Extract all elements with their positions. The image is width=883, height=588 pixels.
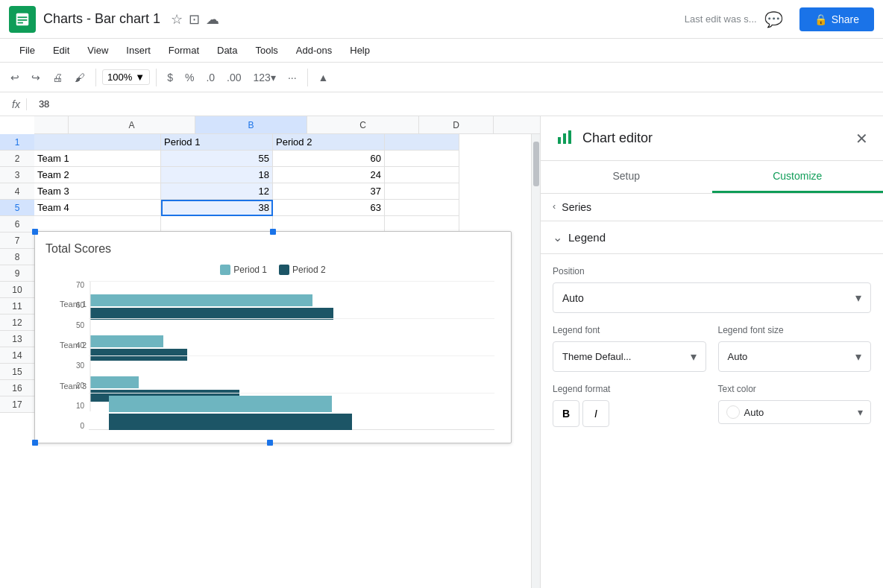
cell-b6[interactable] [161, 216, 273, 233]
number-format-button[interactable]: 123▾ [249, 70, 280, 85]
cell-d5[interactable] [385, 200, 459, 216]
chart-editor-close[interactable]: ✕ [855, 130, 868, 148]
cell-d1[interactable] [385, 134, 459, 151]
position-dropdown[interactable]: Auto ▾ [553, 282, 871, 313]
font-size-field: Legend font size Auto ▾ [718, 325, 872, 372]
svg-text:Team 2: Team 2 [60, 341, 87, 350]
cell-c3[interactable]: 24 [273, 167, 385, 183]
row-header-1[interactable]: 1 [0, 134, 34, 151]
col-header-a[interactable]: A [69, 116, 195, 133]
collapse-button[interactable]: ▲ [314, 69, 333, 86]
italic-button[interactable]: I [582, 400, 609, 427]
format-buttons: B I [553, 400, 706, 427]
formula-value: 38 [33, 98, 55, 110]
percent-button[interactable]: % [180, 70, 198, 85]
row-header-11[interactable]: 11 [0, 298, 34, 314]
text-color-field: Text color Auto ▾ [718, 384, 872, 427]
cell-a3[interactable]: Team 2 [34, 167, 161, 183]
menu-addons[interactable]: Add-ons [289, 42, 339, 59]
col-header-d[interactable]: D [419, 116, 494, 133]
chart-editor-title: Chart editor [582, 130, 846, 146]
chart-handle-top[interactable] [270, 229, 276, 235]
row-header-13[interactable]: 13 [0, 331, 34, 347]
legend-section-header[interactable]: ⌄ Legend [541, 221, 883, 254]
row-header-4[interactable]: 4 [0, 183, 34, 200]
cell-d2[interactable] [385, 151, 459, 167]
chart-handle-topleft[interactable] [32, 229, 38, 235]
col-header-c[interactable]: C [307, 116, 419, 133]
cell-b4[interactable]: 12 [161, 183, 273, 200]
currency-button[interactable]: $ [163, 70, 177, 85]
row-header-15[interactable]: 15 [0, 364, 34, 380]
menu-view[interactable]: View [80, 42, 116, 59]
row-header-12[interactable]: 12 [0, 314, 34, 331]
cell-a2[interactable]: Team 1 [34, 151, 161, 167]
text-color-dropdown[interactable]: Auto ▾ [718, 400, 872, 424]
separator-3 [307, 69, 308, 86]
row-header-2[interactable]: 2 [0, 151, 34, 167]
tab-customize[interactable]: Customize [712, 161, 884, 193]
row-header-8[interactable]: 8 [0, 249, 34, 265]
decrease-decimal-button[interactable]: .0 [201, 70, 219, 85]
cell-a1[interactable] [34, 134, 161, 151]
cell-a5[interactable]: Team 4 [34, 200, 161, 216]
share-button[interactable]: 🔒 Share [799, 7, 874, 31]
row-header-9[interactable]: 9 [0, 265, 34, 282]
cell-b2[interactable]: 55 [161, 151, 273, 167]
cell-b1[interactable]: Period 1 [161, 134, 273, 151]
redo-button[interactable]: ↪ [27, 69, 45, 86]
cloud-icon[interactable]: ☁ [206, 11, 219, 28]
cell-b5[interactable]: 38 [161, 200, 273, 216]
cell-c4[interactable]: 37 [273, 183, 385, 200]
folder-icon[interactable]: ⊡ [189, 11, 200, 28]
paint-format-button[interactable]: 🖌 [70, 69, 89, 86]
menu-edit[interactable]: Edit [45, 42, 77, 59]
menu-tools[interactable]: Tools [248, 42, 285, 59]
col-header-b[interactable]: B [195, 116, 307, 133]
app-icon [9, 6, 36, 33]
zoom-select[interactable]: 100% ▼ [102, 69, 150, 85]
font-field: Legend font Theme Defaul... ▾ [553, 325, 706, 372]
undo-button[interactable]: ↩ [6, 69, 24, 86]
row-header-16[interactable]: 16 [0, 380, 34, 396]
v-scrollbar-thumb[interactable] [533, 142, 539, 186]
row-header-17[interactable]: 17 [0, 396, 34, 413]
font-size-dropdown[interactable]: Auto ▾ [718, 341, 872, 372]
menu-data[interactable]: Data [210, 42, 245, 59]
chart-editor-body: › Series ⌄ Legend Position Auto ▾ [541, 194, 883, 588]
row-header-3[interactable]: 3 [0, 167, 34, 183]
table-row: 1 Period 1 Period 2 [0, 134, 540, 151]
row-header-14[interactable]: 14 [0, 347, 34, 364]
cell-c2[interactable]: 60 [273, 151, 385, 167]
font-dropdown[interactable]: Theme Defaul... ▾ [553, 341, 706, 372]
row-header-6[interactable]: 6 [0, 216, 34, 233]
cell-c5[interactable]: 63 [273, 200, 385, 216]
comments-icon[interactable]: 💬 [764, 10, 783, 28]
more-button[interactable]: ··· [283, 70, 301, 85]
cell-b3[interactable]: 18 [161, 167, 273, 183]
cell-a4[interactable]: Team 3 [34, 183, 161, 200]
menu-help[interactable]: Help [342, 42, 377, 59]
row-header-5[interactable]: 5 [0, 200, 34, 216]
cell-d6[interactable] [385, 216, 459, 233]
cell-c1[interactable]: Period 2 [273, 134, 385, 151]
cell-d4[interactable] [385, 183, 459, 200]
cell-d3[interactable] [385, 167, 459, 183]
cell-c6[interactable] [273, 216, 385, 233]
chart-handle-bottom[interactable] [267, 440, 273, 446]
star-icon[interactable]: ☆ [171, 11, 183, 28]
menu-format[interactable]: Format [161, 42, 207, 59]
bold-button[interactable]: B [553, 400, 579, 427]
series-section-header[interactable]: › Series [541, 194, 883, 221]
print-button[interactable]: 🖨 [48, 69, 67, 86]
chart-handle-bottomleft[interactable] [32, 440, 38, 446]
row-header-7[interactable]: 7 [0, 233, 34, 249]
menu-insert[interactable]: Insert [119, 42, 158, 59]
cell-a6[interactable] [34, 216, 161, 233]
menu-file[interactable]: File [12, 42, 43, 59]
v-scrollbar[interactable] [531, 134, 540, 588]
increase-decimal-button[interactable]: .00 [222, 70, 245, 85]
tab-setup[interactable]: Setup [541, 161, 712, 193]
row-header-10[interactable]: 10 [0, 282, 34, 298]
position-field: Position Auto ▾ [553, 266, 871, 313]
